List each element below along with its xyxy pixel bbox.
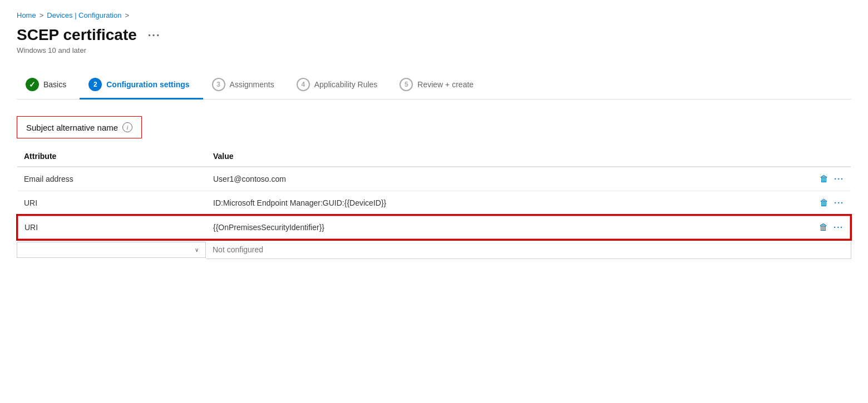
tab-configuration-label: Configuration settings [106,80,189,89]
chevron-down-icon: ∨ [195,247,199,253]
delete-icon[interactable]: 🗑 [820,198,828,208]
row-more-button[interactable]: ··· [834,223,844,232]
page-subtitle: Windows 10 and later [17,46,851,54]
tab-applicability[interactable]: 4 Applicability Rules [288,71,391,99]
cell-attribute: Email address [17,167,206,191]
tab-applicability-circle: 4 [297,78,310,91]
tab-basics-circle: ✓ [26,78,39,91]
page-more-button[interactable]: ··· [144,27,165,44]
value-input[interactable] [206,240,851,259]
breadcrumb-home[interactable]: Home [17,11,36,19]
tab-basics-label: Basics [43,80,66,89]
col-header-value: Value [206,147,806,167]
tab-review-label: Review + create [417,80,474,89]
cell-actions: 🗑··· [806,167,851,191]
cell-value: User1@contoso.com [206,167,806,191]
cell-actions: 🗑··· [806,215,851,240]
breadcrumb-sep1: > [40,11,44,19]
row-more-button[interactable]: ··· [834,198,844,207]
table-row: URIID:Microsoft Endpoint Manager:GUID:{{… [17,191,851,216]
san-table: Attribute Value Email addressUser1@conto… [17,147,851,240]
tab-assignments[interactable]: 3 Assignments [203,71,288,99]
attribute-dropdown[interactable]: ∨ [17,242,206,258]
table-row: Email addressUser1@contoso.com🗑··· [17,167,851,191]
cell-actions: 🗑··· [806,191,851,216]
col-header-attribute: Attribute [17,147,206,167]
cell-value: ID:Microsoft Endpoint Manager:GUID:{{Dev… [206,191,806,216]
tab-assignments-circle: 3 [212,78,225,91]
delete-icon[interactable]: 🗑 [820,174,828,184]
tab-applicability-label: Applicability Rules [314,80,378,89]
table-row: URI{{OnPremisesSecurityIdentifier}}🗑··· [17,215,851,240]
tab-configuration-circle: 2 [88,78,102,91]
cell-attribute: URI [17,215,206,240]
breadcrumb-devices[interactable]: Devices | Configuration [47,11,121,19]
section-label-box: Subject alternative name i [17,116,142,138]
breadcrumb: Home > Devices | Configuration > [17,11,851,19]
tab-review-circle: 5 [400,78,413,91]
cell-value: {{OnPremisesSecurityIdentifier}} [206,215,806,240]
info-icon[interactable]: i [122,122,132,132]
page-title-row: SCEP certificate ··· [17,26,851,44]
page-title: SCEP certificate [17,26,137,44]
cell-attribute: URI [17,191,206,216]
row-more-button[interactable]: ··· [834,175,844,183]
delete-icon[interactable]: 🗑 [819,222,828,232]
breadcrumb-sep2: > [125,11,129,19]
tab-review[interactable]: 5 Review + create [391,71,487,99]
tab-configuration[interactable]: 2 Configuration settings [80,71,203,99]
add-row: ∨ [17,240,851,259]
wizard-tabs: ✓ Basics 2 Configuration settings 3 Assi… [17,71,851,99]
section-title: Subject alternative name [26,123,118,132]
tab-basics[interactable]: ✓ Basics [17,71,80,99]
tab-assignments-label: Assignments [230,80,274,89]
